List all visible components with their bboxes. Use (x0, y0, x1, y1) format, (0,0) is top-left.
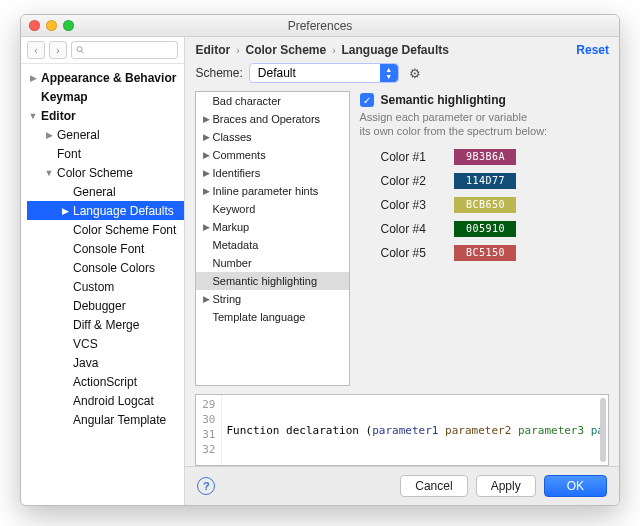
category-semantic-highlighting[interactable]: ▶Semantic highlighting (196, 272, 349, 290)
category-string[interactable]: ▶String (196, 290, 349, 308)
search-input-wrapper[interactable] (71, 41, 178, 59)
scrollbar[interactable] (600, 398, 606, 462)
sidebar-item-keymap[interactable]: ▶Keymap (27, 87, 184, 106)
sidebar-item-debugger[interactable]: ▶Debugger (27, 296, 184, 315)
preferences-window: Preferences ‹ › ▶Appearance & Behavior▶K… (20, 14, 620, 506)
category-number[interactable]: ▶Number (196, 254, 349, 272)
detail-pane: ✓ Semantic highlighting Assign each para… (358, 91, 609, 386)
category-metadata[interactable]: ▶Metadata (196, 236, 349, 254)
help-icon[interactable]: ? (197, 477, 215, 495)
color-chip[interactable]: BC5150 (454, 245, 516, 261)
cancel-button[interactable]: Cancel (400, 475, 467, 497)
sidebar-item-actionscript[interactable]: ▶ActionScript (27, 372, 184, 391)
color-name: Color #3 (380, 198, 440, 212)
search-icon (76, 45, 85, 55)
category-keyword[interactable]: ▶Keyword (196, 200, 349, 218)
sidebar-item-general[interactable]: ▶General (27, 125, 184, 144)
sidebar: ‹ › ▶Appearance & Behavior▶Keymap▼Editor… (21, 37, 185, 505)
semantic-heading: Semantic highlighting (380, 93, 505, 107)
category-inline-parameter-hints[interactable]: ▶Inline parameter hints (196, 182, 349, 200)
sidebar-item-color-scheme-font[interactable]: ▶Color Scheme Font (27, 220, 184, 239)
color-chip[interactable]: 9B3B6A (454, 149, 516, 165)
sidebar-item-java[interactable]: ▶Java (27, 353, 184, 372)
category-classes[interactable]: ▶Classes (196, 128, 349, 146)
sidebar-item-diff-merge[interactable]: ▶Diff & Merge (27, 315, 184, 334)
gear-icon[interactable]: ⚙ (405, 66, 425, 81)
crumb-color-scheme[interactable]: Color Scheme (245, 43, 326, 57)
category-identifiers[interactable]: ▶Identifiers (196, 164, 349, 182)
color-table: Color #19B3B6AColor #2114D77Color #3BCB6… (358, 149, 609, 261)
code-preview: 29 30 31 32 Function declaration (parame… (195, 394, 609, 466)
sidebar-item-angular-template[interactable]: ▶Angular Template (27, 410, 184, 429)
main-panel: Editor › Color Scheme › Language Default… (185, 37, 619, 505)
sidebar-item-android-logcat[interactable]: ▶Android Logcat (27, 391, 184, 410)
breadcrumb: Editor › Color Scheme › Language Default… (185, 37, 619, 59)
color-row: Color #5BC5150 (380, 245, 609, 261)
color-chip[interactable]: BCB650 (454, 197, 516, 213)
category-braces-and-operators[interactable]: ▶Braces and Operators (196, 110, 349, 128)
reset-link[interactable]: Reset (576, 43, 609, 57)
sidebar-item-font[interactable]: ▶Font (27, 144, 184, 163)
crumb-editor[interactable]: Editor (195, 43, 230, 57)
color-row: Color #2114D77 (380, 173, 609, 189)
scheme-value: Default (258, 66, 296, 80)
color-chip[interactable]: 114D77 (454, 173, 516, 189)
window-title: Preferences (21, 19, 619, 33)
chevron-right-icon: › (332, 45, 335, 56)
svg-line-1 (81, 51, 83, 53)
sidebar-item-color-scheme[interactable]: ▼Color Scheme (27, 163, 184, 182)
titlebar: Preferences (21, 15, 619, 37)
sidebar-item-console-colors[interactable]: ▶Console Colors (27, 258, 184, 277)
sidebar-item-language-defaults[interactable]: ▶Language Defaults (27, 201, 184, 220)
search-input[interactable] (88, 44, 174, 56)
category-comments[interactable]: ▶Comments (196, 146, 349, 164)
sidebar-item-vcs[interactable]: ▶VCS (27, 334, 184, 353)
color-name: Color #5 (380, 246, 440, 260)
category-bad-character[interactable]: ▶Bad character (196, 92, 349, 110)
sidebar-item-appearance-behavior[interactable]: ▶Appearance & Behavior (27, 68, 184, 87)
color-name: Color #4 (380, 222, 440, 236)
color-row: Color #19B3B6A (380, 149, 609, 165)
chevron-right-icon: › (236, 45, 239, 56)
settings-tree[interactable]: ▶Appearance & Behavior▶Keymap▼Editor▶Gen… (21, 64, 184, 505)
sidebar-item-general[interactable]: ▶General (27, 182, 184, 201)
sidebar-item-editor[interactable]: ▼Editor (27, 106, 184, 125)
color-name: Color #2 (380, 174, 440, 188)
gutter: 29 30 31 32 (196, 395, 222, 466)
color-row: Color #4005910 (380, 221, 609, 237)
color-name: Color #1 (380, 150, 440, 164)
footer: ? Cancel Apply OK (185, 466, 619, 505)
color-row: Color #3BCB650 (380, 197, 609, 213)
semantic-desc-1: Assign each parameter or variable (358, 111, 609, 125)
category-template-language[interactable]: ▶Template language (196, 308, 349, 326)
back-button[interactable]: ‹ (27, 41, 45, 59)
scheme-select[interactable]: Default ▲▼ (249, 63, 399, 83)
chevron-updown-icon: ▲▼ (380, 64, 398, 82)
sidebar-item-console-font[interactable]: ▶Console Font (27, 239, 184, 258)
scheme-label: Scheme: (195, 66, 242, 80)
category-markup[interactable]: ▶Markup (196, 218, 349, 236)
apply-button[interactable]: Apply (476, 475, 536, 497)
code-body[interactable]: Function declaration (parameter1 paramet… (222, 395, 608, 466)
svg-point-0 (77, 47, 82, 52)
ok-button[interactable]: OK (544, 475, 607, 497)
forward-button[interactable]: › (49, 41, 67, 59)
sidebar-item-custom[interactable]: ▶Custom (27, 277, 184, 296)
semantic-checkbox[interactable]: ✓ (360, 93, 374, 107)
color-chip[interactable]: 005910 (454, 221, 516, 237)
category-list[interactable]: ▶Bad character▶Braces and Operators▶Clas… (195, 91, 350, 386)
crumb-language-defaults[interactable]: Language Defaults (342, 43, 449, 57)
semantic-desc-2: its own color from the spectrum below: (358, 125, 609, 139)
